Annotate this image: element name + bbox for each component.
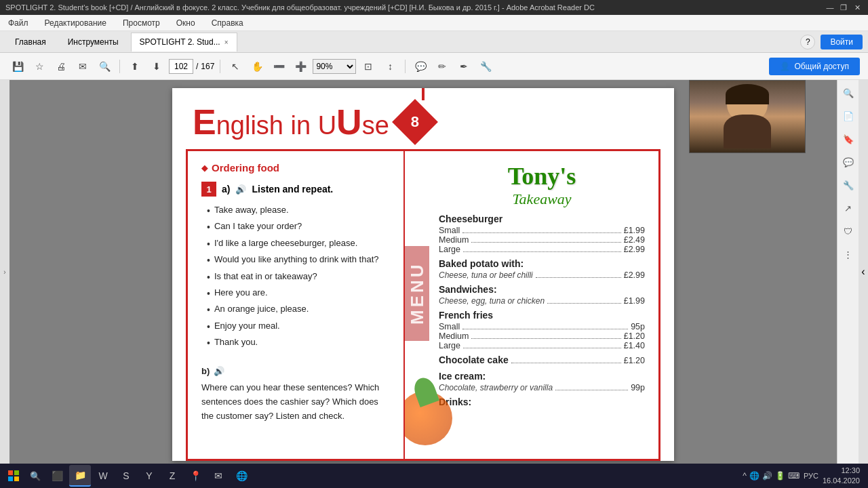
close-button[interactable]: ✕ — [852, 2, 863, 13]
menu-bar: Файл Редактирование Просмотр Окно Справк… — [0, 15, 868, 31]
start-button[interactable] — [3, 465, 24, 487]
tab-close-icon[interactable]: × — [224, 39, 229, 46]
bookmark-tool-button[interactable]: ☆ — [30, 57, 49, 76]
right-section: MENU Tony's Takeaway — [405, 151, 658, 459]
taskbar-yandex-button[interactable]: Y — [138, 465, 160, 487]
list-item: •Take away, please. — [207, 203, 390, 218]
tab-home[interactable]: Главная — [5, 33, 56, 52]
taskbar-word-button[interactable]: W — [92, 465, 114, 487]
tab-tools-label: Инструменты — [68, 37, 119, 47]
clock-date: 16.04.2020 — [823, 476, 860, 486]
taskbar-zoom-button[interactable]: Z — [161, 465, 183, 487]
minimize-button[interactable]: — — [825, 2, 835, 13]
prev-page-button[interactable]: ⬆ — [125, 57, 144, 76]
hand-tool-button[interactable]: ✋ — [248, 57, 267, 76]
svg-rect-3 — [14, 476, 19, 481]
pdf-sidebar-icon[interactable]: 📄 — [841, 108, 856, 123]
menu-category-cheeseburger: Cheeseburger Small £1.99 Medium £2.49 — [439, 214, 645, 254]
taskbar-search-button[interactable]: 🔍 — [26, 466, 45, 485]
menu-dots — [463, 348, 621, 348]
sign-button[interactable]: ✒ — [454, 57, 473, 76]
left-panel-arrow-icon: › — [3, 268, 5, 276]
title-big-u: U — [336, 102, 362, 142]
food-decoration — [405, 378, 459, 459]
right-panel-collapse[interactable]: ‹ — [859, 80, 868, 464]
more-sidebar-icon[interactable]: ⋮ — [841, 247, 856, 262]
menu-dots — [462, 329, 628, 329]
comment-sidebar-icon[interactable]: 💬 — [841, 155, 856, 169]
share-label: Общий доступ — [794, 62, 849, 71]
tab-document[interactable]: SPOTLIGHT 2. Stud... × — [131, 33, 237, 52]
tabs-bar: Главная Инструменты SPOTLIGHT 2. Stud...… — [0, 31, 868, 53]
tray-network-icon[interactable]: 🌐 — [749, 471, 760, 481]
list-item: •Here you are. — [207, 286, 390, 301]
top-red-bar — [422, 88, 425, 100]
bookmark-sidebar-icon[interactable]: 🔖 — [841, 131, 856, 146]
taskbar-mail-button[interactable]: ✉ — [208, 465, 229, 487]
section-b-header: b) 🔊 — [201, 365, 390, 379]
zoom-select[interactable]: 90% — [313, 59, 356, 74]
highlight-button[interactable]: ✏ — [433, 57, 452, 76]
tab-tools[interactable]: Инструменты — [58, 33, 128, 52]
menu-price: £2.99 — [624, 270, 645, 280]
clock-time: 12:30 — [823, 466, 860, 476]
email-tool-button[interactable]: ✉ — [73, 57, 92, 76]
taskbar-maps-button[interactable]: 📍 — [184, 465, 206, 487]
menu-row: Chocolate, strawberry or vanilla 99p — [439, 383, 645, 392]
tray-battery-icon[interactable]: 🔋 — [775, 471, 785, 481]
webcam-video — [690, 81, 805, 152]
share-sidebar-icon[interactable]: ↗ — [841, 201, 856, 216]
toolbar-separator-2 — [220, 60, 220, 73]
search-tool-button[interactable]: 🔍 — [95, 57, 114, 76]
tab-home-label: Главная — [15, 37, 46, 47]
save-tool-button[interactable]: 💾 — [8, 57, 27, 76]
menu-view[interactable]: Просмотр — [120, 17, 163, 29]
menu-edit[interactable]: Редактирование — [42, 17, 109, 29]
list-item: •Can I take your order? — [207, 220, 390, 235]
taskbar-chrome-button[interactable]: 🌐 — [231, 465, 252, 487]
page-number-input[interactable] — [169, 59, 193, 74]
zoom-in-button[interactable]: ➕ — [291, 57, 310, 76]
taskbar: 🔍 ⬛ 📁 W S Y Z 📍 ✉ 🌐 ^ 🌐 🔊 🔋 ⌨ РУС 12:30 … — [0, 464, 868, 488]
menu-file[interactable]: Файл — [5, 17, 31, 29]
menu-row: Medium £2.49 — [439, 235, 645, 245]
size-label: Large — [439, 245, 460, 254]
language-indicator[interactable]: РУС — [804, 472, 818, 480]
section-title-text: Ordering food — [212, 162, 279, 174]
menu-price: £2.99 — [624, 245, 645, 254]
takeaway-subtitle: Takeaway — [439, 190, 645, 208]
zoom-sidebar-icon[interactable]: 🔍 — [841, 85, 856, 100]
tray-volume-icon[interactable]: 🔊 — [762, 471, 772, 481]
help-button[interactable]: ? — [800, 35, 815, 49]
cursor-tool-button[interactable]: ↖ — [226, 57, 245, 76]
zoom-out-button[interactable]: ➖ — [269, 57, 288, 76]
tray-keyboard-icon[interactable]: ⌨ — [788, 471, 800, 481]
menu-help[interactable]: Справка — [209, 17, 246, 29]
taskbar-explorer-button[interactable]: 📁 — [69, 465, 91, 487]
category-name-4: Chocolate cake — [439, 354, 509, 365]
taskbar-taskview-button[interactable]: ⬛ — [46, 465, 68, 487]
menu-window[interactable]: Окно — [174, 17, 198, 29]
webcam-hair — [726, 84, 769, 104]
phrase-2: I'd like a large cheeseburger, please. — [214, 237, 357, 251]
shield-sidebar-icon[interactable]: 🛡 — [841, 224, 856, 239]
tools-button[interactable]: 🔧 — [476, 57, 495, 76]
restore-button[interactable]: ❐ — [838, 2, 849, 13]
signin-button[interactable]: Войти — [821, 35, 863, 49]
fit-width-button[interactable]: ↕ — [380, 57, 399, 76]
tray-up-arrow-icon[interactable]: ^ — [743, 471, 747, 481]
share-button[interactable]: 👤 Общий доступ — [769, 58, 860, 75]
fit-page-button[interactable]: ⊡ — [359, 57, 378, 76]
tools-sidebar-icon[interactable]: 🔧 — [841, 178, 856, 192]
print-tool-button[interactable]: 🖨 — [52, 57, 71, 76]
taskbar-skype-button[interactable]: S — [115, 465, 137, 487]
next-page-button[interactable]: ⬇ — [147, 57, 166, 76]
badge-container: 8 — [397, 104, 433, 140]
menu-category-icecream: Ice cream: Chocolate, strawberry or vani… — [439, 371, 645, 392]
comment-button[interactable]: 💬 — [411, 57, 430, 76]
menu-dots — [547, 303, 621, 304]
ordering-title: ◆ Ordering food — [201, 162, 390, 174]
page-navigation: / 167 — [169, 59, 214, 74]
left-panel-collapse[interactable]: › — [0, 80, 9, 464]
menu-category-fries: French fries Small 95p Medium £1.20 — [439, 310, 645, 350]
